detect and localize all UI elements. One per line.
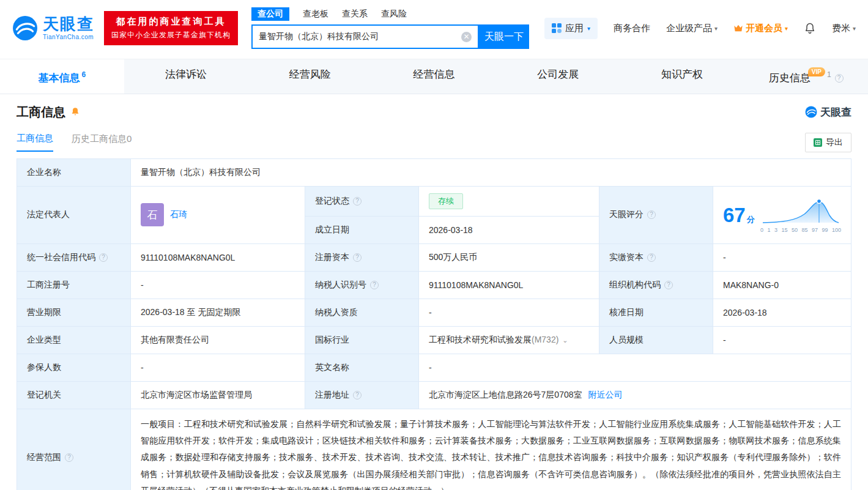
tab-label: 经营风险: [289, 69, 331, 80]
help-icon[interactable]: ?: [65, 453, 73, 462]
field-label-insured-count: 参保人数: [17, 354, 131, 381]
tab-history-info[interactable]: 历史信息VIP1?: [744, 59, 868, 94]
chevron-down-icon: ▾: [853, 25, 856, 32]
score-distribution-chart: 0131550859799100: [760, 197, 841, 233]
field-value-staff-size: -: [713, 326, 851, 354]
search-button[interactable]: 天眼一下: [479, 24, 529, 49]
export-button[interactable]: 导出: [805, 133, 851, 152]
help-icon[interactable]: ?: [647, 253, 656, 262]
menu-open-vip[interactable]: 开通会员 ▾: [733, 23, 788, 34]
field-label-taxpayer-quality: 纳税人资质: [305, 299, 419, 326]
search-tab-company[interactable]: 查公司: [251, 7, 289, 21]
user-menu[interactable]: 费米 ▾: [832, 23, 856, 34]
search-box: ✕: [251, 24, 479, 49]
notification-bell-icon[interactable]: [804, 22, 816, 34]
tab-intellectual-property[interactable]: 知识产权: [620, 59, 744, 94]
tab-count: 1: [827, 70, 831, 79]
field-value-score: 67分: [713, 186, 851, 243]
legal-rep-link[interactable]: 石琦: [170, 209, 187, 220]
tab-company-development[interactable]: 公司发展: [496, 59, 620, 94]
promo-banner-line1: 都在用的商业查询工具: [111, 16, 231, 28]
watermark-text: 天眼查: [820, 105, 851, 119]
tab-operating-risk[interactable]: 经营风险: [248, 59, 372, 94]
field-value-industry: 工程和技术研究和试验发展(M732)⌄: [419, 326, 599, 354]
subtab-history-business-info[interactable]: 历史工商信息0: [72, 133, 132, 151]
export-label: 导出: [826, 137, 843, 148]
field-label-reg-capital: 注册资本?: [305, 243, 419, 271]
search-tab-boss[interactable]: 查老板: [303, 9, 328, 20]
help-icon[interactable]: ?: [353, 253, 362, 262]
chevron-down-icon: ▾: [714, 25, 718, 32]
table-row: 参保人数 - 英文名称 -: [17, 354, 851, 381]
tab-label: 公司发展: [537, 69, 579, 80]
industry-code: (M732): [532, 335, 558, 344]
field-value-company-name: 量智开物（北京）科技有限公司: [131, 158, 851, 186]
help-icon[interactable]: ?: [835, 74, 844, 83]
field-value-taxpayer-quality: -: [419, 299, 599, 326]
score-value: 67分: [723, 205, 755, 225]
help-icon[interactable]: ?: [664, 281, 673, 289]
help-icon[interactable]: ?: [353, 197, 362, 206]
menu-cooperation[interactable]: 商务合作: [614, 23, 650, 34]
legal-rep-avatar[interactable]: 石: [141, 203, 164, 226]
field-value-english-name: -: [419, 354, 851, 381]
field-value-business-scope: 一般项目：工程和技术研究和试验发展；自然科学研究和试验发展；量子计算技术服务；人…: [131, 409, 851, 490]
tab-label: 历史信息: [769, 72, 811, 84]
logo-subtitle: TianYanCha.com: [43, 34, 94, 40]
menu-enterprise-products[interactable]: 企业级产品 ▾: [666, 23, 718, 34]
field-label-paid-capital: 实缴资本?: [599, 243, 713, 271]
chevron-down-icon: ▾: [785, 25, 788, 32]
field-value-legal-rep: 石 石琦: [131, 186, 305, 243]
field-value-taxpayer-id: 91110108MAK8NANG0L: [419, 271, 599, 299]
field-label-reg-address: 注册地址?: [305, 381, 419, 409]
clear-icon[interactable]: ✕: [461, 32, 472, 42]
search-tab-risk[interactable]: 查风险: [381, 9, 407, 20]
chevron-down-icon[interactable]: ⌄: [562, 336, 568, 344]
chevron-down-icon: ▾: [587, 25, 590, 32]
search-input[interactable]: [253, 32, 461, 42]
search-row: ✕ 天眼一下: [251, 24, 529, 49]
vip-badge: VIP: [808, 67, 825, 76]
table-row: 统一社会信用代码? 91110108MAK8NANG0L 注册资本? 500万人…: [17, 243, 851, 271]
section-title: 工商信息: [17, 104, 65, 121]
tab-legal-proceedings[interactable]: 法律诉讼: [124, 59, 248, 94]
field-label-company-type: 企业类型: [17, 326, 131, 354]
field-label-business-scope: 经营范围?: [17, 409, 131, 490]
field-label-approval-date: 核准日期: [599, 299, 713, 326]
field-label-score: 天眼评分?: [599, 186, 713, 243]
tab-label: 基本信息: [39, 72, 80, 84]
field-label-reg-number: 工商注册号: [17, 271, 131, 299]
tianyancha-logo[interactable]: 天眼查 TianYanCha.com: [12, 15, 94, 41]
nearby-companies-link[interactable]: 附近公司: [588, 390, 623, 399]
help-icon[interactable]: ?: [370, 281, 379, 289]
top-header: 天眼查 TianYanCha.com 都在用的商业查询工具 国家中小企业发展子基…: [0, 0, 868, 55]
help-icon[interactable]: ?: [647, 210, 656, 219]
field-label-reg-authority: 登记机关: [17, 381, 131, 409]
table-row: 登记机关 北京市海淀区市场监督管理局 注册地址? 北京市海淀区上地信息路26号7…: [17, 381, 851, 409]
menu-enterprise-label: 企业级产品: [666, 23, 712, 34]
tab-label: 经营信息: [414, 69, 455, 80]
apps-menu-label: 应用: [565, 23, 584, 34]
tianyancha-watermark-icon: [805, 106, 817, 118]
help-icon[interactable]: ?: [353, 391, 362, 399]
apps-grid-icon: [552, 23, 562, 33]
search-tab-relation[interactable]: 查关系: [342, 9, 368, 20]
help-icon[interactable]: ?: [99, 253, 108, 262]
logo-title: 天眼查: [43, 16, 94, 32]
field-value-reg-status: 存续: [419, 186, 599, 216]
subtab-business-info[interactable]: 工商信息: [17, 133, 53, 152]
field-label-org-code: 组织机构代码?: [599, 271, 713, 299]
field-label-establish-date: 成立日期: [305, 216, 419, 243]
tab-operating-info[interactable]: 经营信息: [372, 59, 496, 94]
field-value-org-code: MAK8NANG-0: [713, 271, 851, 299]
table-row: 企业类型 其他有限责任公司 国标行业 工程和技术研究和试验发展(M732)⌄ 人…: [17, 326, 851, 354]
subscribe-bell-icon[interactable]: [70, 107, 80, 117]
promo-banner-line2: 国家中小企业发展子基金旗下机构: [111, 30, 231, 40]
crown-icon: [733, 24, 743, 32]
apps-menu[interactable]: 应用 ▾: [544, 18, 598, 39]
main-content: 工商信息 天眼查 工商信息 历史工商信息0 导出: [0, 104, 868, 490]
field-value-approval-date: 2026-03-18: [713, 299, 851, 326]
tab-basic-info[interactable]: 基本信息6: [0, 59, 124, 94]
field-label-company-name: 企业名称: [17, 158, 131, 186]
field-value-credit-code: 91110108MAK8NANG0L: [131, 243, 305, 271]
